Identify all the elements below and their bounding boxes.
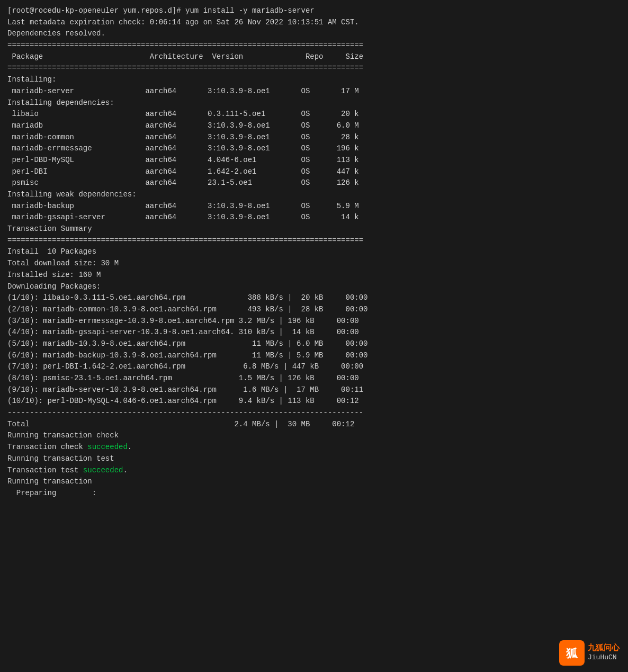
terminal-line-mariadb: mariadb aarch64 3:10.3.9-8.oe1 OS 6.0 M <box>7 120 621 132</box>
terminal-line-dl10: (10/10): perl-DBD-MySQL-4.046-6.oe1.aarc… <box>7 396 621 407</box>
terminal-line-running-check: Running transaction check <box>7 430 621 442</box>
terminal-line-dl1: (1/10): libaio-0.3.111-5.oe1.aarch64.rpm… <box>7 292 621 304</box>
terminal-line-dl5: (5/10): mariadb-10.3.9-8.oe1.aarch64.rpm… <box>7 338 621 350</box>
terminal-line-dl3: (3/10): mariadb-errmessage-10.3.9-8.oe1.… <box>7 316 621 327</box>
terminal-line-dl4: (4/10): mariadb-gssapi-server-10.3.9-8.o… <box>7 327 621 338</box>
terminal-line-downloading: Downloading Packages: <box>7 281 621 293</box>
terminal-line-mariadb-common: mariadb-common aarch64 3:10.3.9-8.oe1 OS… <box>7 132 621 144</box>
terminal-line-dl2: (2/10): mariadb-common-10.3.9-8.oe1.aarc… <box>7 304 621 316</box>
terminal-window: [root@rocedu-kp-openeuler yum.repos.d]# … <box>0 0 628 672</box>
terminal-line-installing-weak: Installing weak dependencies: <box>7 189 621 201</box>
terminal-line-install-count: Install 10 Packages <box>7 246 621 258</box>
terminal-line-total-download: Total download size: 30 M <box>7 258 621 270</box>
green-succeeded-text: succeeded <box>83 466 123 474</box>
terminal-line-sep2: ========================================… <box>7 62 621 74</box>
terminal-line-cmd: [root@rocedu-kp-openeuler yum.repos.d]# … <box>7 5 621 17</box>
terminal-line-check-succeeded: Transaction check succeeded. <box>7 442 621 453</box>
terminal-line-mariadb-backup: mariadb-backup aarch64 3:10.3.9-8.oe1 OS… <box>7 201 621 212</box>
terminal-line-libaio: libaio aarch64 0.3.111-5.oe1 OS 20 k <box>7 109 621 120</box>
terminal-line-preparing: Preparing : <box>7 488 621 499</box>
watermark-logo-icon: 狐 <box>559 640 585 666</box>
brand-sub: JiuHuCN <box>588 653 620 662</box>
terminal-line-psmisc: psmisc aarch64 23.1-5.oe1 OS 126 k <box>7 177 621 189</box>
watermark-text: 九狐问心 JiuHuCN <box>588 643 620 662</box>
terminal-line-mariadb-server: mariadb-server aarch64 3:10.3.9-8.oe1 OS… <box>7 86 621 97</box>
terminal-line-metadata: Last metadata expiration check: 0:06:14 … <box>7 17 621 29</box>
terminal-line-header: Package Architecture Version Repo Size <box>7 51 621 63</box>
terminal-line-sep4: ----------------------------------------… <box>7 407 621 419</box>
terminal-line-test-succeeded: Transaction test succeeded. <box>7 465 621 477</box>
terminal-line-deps: Dependencies resolved. <box>7 28 621 40</box>
terminal-line-perl-DBI: perl-DBI aarch64 1.642-2.oe1 OS 447 k <box>7 166 621 178</box>
terminal-line-dl8: (8/10): psmisc-23.1-5.oe1.aarch64.rpm 1.… <box>7 373 621 384</box>
terminal-line-dl6: (6/10): mariadb-backup-10.3.9-8.oe1.aarc… <box>7 350 621 362</box>
watermark: 狐 九狐问心 JiuHuCN <box>559 640 620 666</box>
terminal-line-sep3: ========================================… <box>7 235 621 247</box>
terminal-line-dl9: (9/10): mariadb-server-10.3.9-8.oe1.aarc… <box>7 384 621 396</box>
terminal-line-running-transaction: Running transaction <box>7 476 621 488</box>
terminal-line-installed-size: Installed size: 160 M <box>7 270 621 281</box>
terminal-line-installing: Installing: <box>7 74 621 86</box>
terminal-line-sep1: ========================================… <box>7 40 621 51</box>
terminal-line-installing-deps: Installing dependencies: <box>7 97 621 109</box>
svg-text:狐: 狐 <box>566 647 578 660</box>
terminal-line-mariadb-errmessage: mariadb-errmessage aarch64 3:10.3.9-8.oe… <box>7 143 621 155</box>
terminal-line-dl7: (7/10): perl-DBI-1.642-2.oe1.aarch64.rpm… <box>7 361 621 373</box>
terminal-line-total: Total 2.4 MB/s | 30 MB 00:12 <box>7 419 621 431</box>
green-succeeded-text: succeeded <box>87 443 128 451</box>
terminal-line-mariadb-gssapi-server: mariadb-gssapi-server aarch64 3:10.3.9-8… <box>7 212 621 223</box>
terminal-line-transaction-summary-header: Transaction Summary <box>7 223 621 235</box>
brand-name: 九狐问心 <box>588 643 620 654</box>
terminal-line-perl-DBD-MySQL: perl-DBD-MySQL aarch64 4.046-6.oe1 OS 11… <box>7 155 621 166</box>
terminal-line-running-test: Running transaction test <box>7 453 621 465</box>
